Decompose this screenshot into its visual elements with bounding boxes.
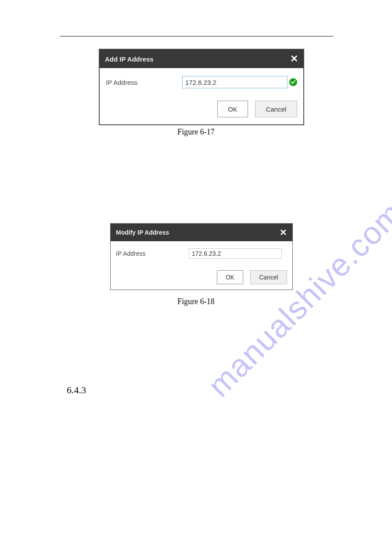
close-icon[interactable]: ✕ (280, 227, 287, 238)
horizontal-rule (60, 36, 333, 36)
dialog-title: Modify IP Address (116, 229, 169, 236)
ip-address-label: IP Address (116, 250, 189, 257)
button-row: OK Cancel (106, 101, 297, 117)
close-icon[interactable]: ✕ (290, 53, 298, 65)
dialog-titlebar: Modify IP Address ✕ (111, 224, 292, 241)
figure-caption-2: Figure 6-18 (0, 297, 392, 306)
ok-button[interactable]: OK (217, 101, 248, 117)
modify-ip-dialog: Modify IP Address ✕ IP Address OK Cancel (110, 223, 293, 290)
add-ip-dialog: Add IP Address ✕ IP Address OK Cancel (99, 49, 304, 125)
ip-address-input[interactable] (189, 248, 282, 259)
cancel-button[interactable]: Cancel (250, 270, 287, 284)
ip-address-input[interactable] (182, 76, 288, 88)
figure-caption-1: Figure 6-17 (0, 127, 392, 137)
dialog-body: IP Address OK Cancel (111, 241, 292, 290)
check-icon (289, 78, 297, 86)
button-row: OK Cancel (116, 270, 287, 284)
dialog-title: Add IP Address (105, 55, 154, 63)
dialog-body: IP Address OK Cancel (100, 68, 303, 124)
ip-address-row: IP Address (106, 76, 297, 88)
section-number: 6.4.3 (67, 385, 86, 396)
dialog-titlebar: Add IP Address ✕ (100, 50, 303, 68)
ip-address-row: IP Address (116, 248, 287, 259)
cancel-button[interactable]: Cancel (255, 101, 297, 117)
ip-address-label: IP Address (106, 79, 182, 86)
ok-button[interactable]: OK (217, 270, 243, 284)
